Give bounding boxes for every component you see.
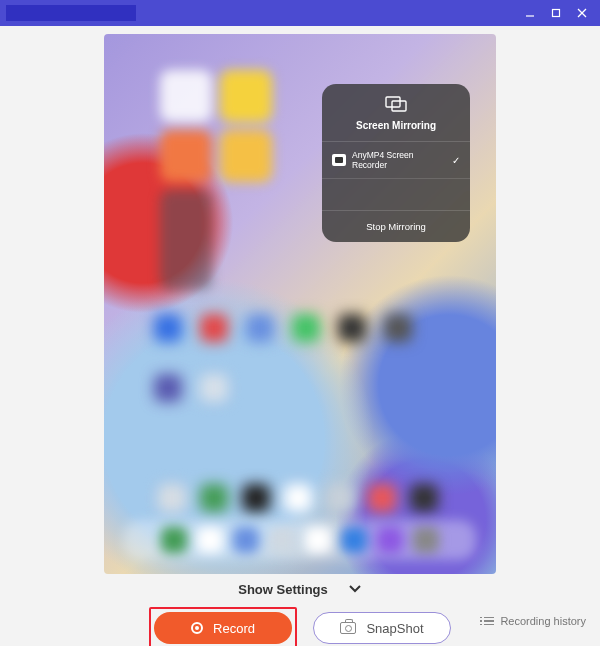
settings-label: Show Settings <box>238 582 328 597</box>
checkmark-icon: ✓ <box>452 155 460 166</box>
app-logo <box>6 5 136 21</box>
record-icon <box>191 622 203 634</box>
history-label: Recording history <box>500 615 586 627</box>
screen-mirroring-icon <box>330 96 462 114</box>
chevron-down-icon <box>348 583 362 597</box>
show-settings-toggle[interactable]: Show Settings <box>238 574 362 607</box>
app-row <box>154 374 228 402</box>
record-button[interactable]: Record <box>154 612 292 644</box>
snapshot-label: SnapShot <box>366 621 423 636</box>
svg-rect-6 <box>335 157 343 163</box>
window-controls <box>518 3 594 23</box>
recording-history-link[interactable]: Recording history <box>484 615 586 627</box>
minimize-button[interactable] <box>518 3 542 23</box>
close-button[interactable] <box>570 3 594 23</box>
mirroring-target-item[interactable]: AnyMP4 Screen Recorder ✓ <box>322 141 470 178</box>
snapshot-button[interactable]: SnapShot <box>313 612 451 644</box>
record-label: Record <box>213 621 255 636</box>
titlebar <box>0 0 600 26</box>
maximize-button[interactable] <box>544 3 568 23</box>
record-highlight: Record <box>149 607 297 646</box>
app-row <box>158 484 438 512</box>
stop-mirroring-button[interactable]: Stop Mirroring <box>322 210 470 242</box>
app-row <box>154 314 412 342</box>
mirroring-title: Screen Mirroring <box>330 120 462 131</box>
device-icon <box>332 154 346 166</box>
mirroring-panel: Screen Mirroring AnyMP4 Screen Recorder … <box>322 84 470 242</box>
svg-rect-5 <box>392 101 406 111</box>
device-preview: Screen Mirroring AnyMP4 Screen Recorder … <box>104 34 496 574</box>
list-icon <box>484 617 494 626</box>
mirroring-target-label: AnyMP4 Screen Recorder <box>352 150 446 170</box>
svg-rect-4 <box>386 97 400 107</box>
widget-cluster <box>160 70 272 290</box>
dock <box>124 520 476 560</box>
camera-icon <box>340 622 356 634</box>
svg-rect-1 <box>553 10 560 17</box>
